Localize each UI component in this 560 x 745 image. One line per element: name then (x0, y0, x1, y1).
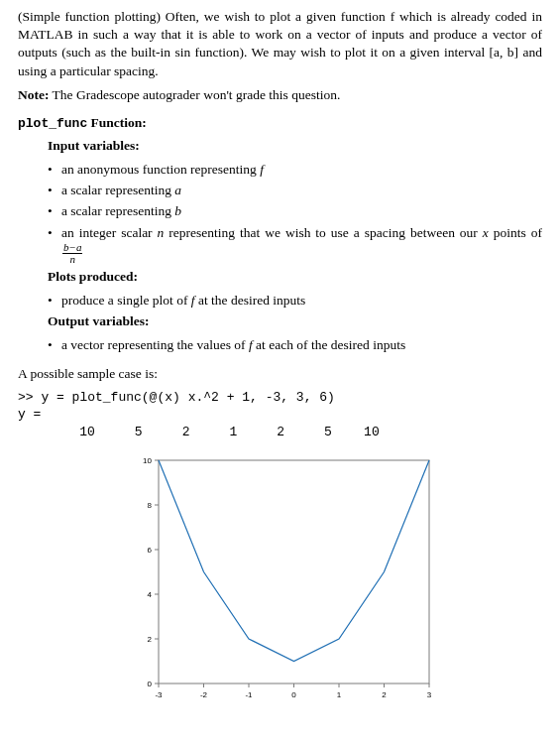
list-item: a scalar representing b (48, 202, 542, 220)
svg-text:4: 4 (147, 590, 152, 599)
function-heading: plot_func Function: (18, 114, 542, 133)
text: a vector representing the values of (61, 337, 249, 352)
svg-text:2: 2 (382, 690, 387, 699)
vector-cell: 1 (197, 424, 237, 441)
output-heading: Output variables: (48, 312, 542, 330)
sample-case-line: A possible sample case is: (18, 365, 542, 383)
text: at each of the desired inputs (253, 337, 405, 352)
vector-cell: 10 (56, 424, 95, 441)
vector-cell: 10 (340, 424, 380, 441)
svg-rect-0 (159, 460, 429, 683)
text: points of (489, 225, 542, 240)
svg-text:0: 0 (147, 680, 152, 688)
list-item: a vector representing the values of f at… (48, 336, 542, 354)
vector-cell: 5 (292, 424, 332, 441)
plots-heading: Plots produced: (48, 268, 542, 286)
text: a scalar representing (61, 203, 174, 218)
code-output-vector: 10 5 2 1 2 5 10 (18, 424, 542, 441)
symbol: b (174, 203, 181, 218)
plot-chart: -3-2-101230246810 (117, 450, 444, 708)
input-vars-list: an anonymous function representing f a s… (48, 161, 542, 265)
text: at the desired inputs (195, 293, 306, 308)
list-item: produce a single plot of f at the desire… (48, 292, 542, 310)
code-output-line: y = (18, 406, 542, 424)
vector-cell: 2 (245, 424, 284, 441)
svg-text:6: 6 (147, 546, 152, 555)
note-label: Note: (18, 87, 49, 102)
fraction-numerator: b−a (62, 242, 82, 254)
svg-text:1: 1 (336, 690, 341, 699)
svg-text:-3: -3 (155, 690, 163, 699)
svg-text:0: 0 (291, 690, 296, 699)
text: a scalar representing (61, 183, 174, 197)
list-item: a scalar representing a (48, 182, 542, 199)
note-line: Note: The Gradescope autograder won't gr… (18, 86, 542, 104)
code-line: >> y = plot_func(@(x) x.^2 + 1, -3, 3, 6… (18, 389, 542, 407)
svg-text:-2: -2 (199, 690, 207, 699)
document-page: (Simple function plotting) Often, we wis… (0, 0, 560, 745)
plots-list: produce a single plot of f at the desire… (48, 292, 542, 310)
code-block: >> y = plot_func(@(x) x.^2 + 1, -3, 3, 6… (18, 389, 542, 441)
svg-text:10: 10 (143, 456, 152, 465)
vector-cell: 2 (150, 424, 189, 441)
svg-text:8: 8 (147, 501, 152, 510)
func-heading-suffix: Function: (87, 115, 147, 130)
fraction: b−an (62, 242, 82, 265)
svg-text:2: 2 (147, 635, 152, 644)
note-text: The Gradescope autograder won't grade th… (49, 87, 340, 102)
output-list: a vector representing the values of f at… (48, 336, 542, 354)
list-item: an anonymous function representing f (48, 161, 542, 179)
svg-text:3: 3 (426, 690, 431, 699)
list-item: an integer scalar n representing that we… (48, 224, 542, 265)
svg-text:-1: -1 (245, 690, 253, 699)
symbol: a (174, 183, 181, 197)
symbol: f (260, 162, 264, 177)
text: an anonymous function representing (61, 162, 260, 177)
input-vars-heading: Input variables: (48, 137, 542, 155)
intro-paragraph: (Simple function plotting) Often, we wis… (18, 8, 542, 80)
text: representing that we wish to use a spaci… (164, 225, 482, 240)
vector-cell: 5 (103, 424, 143, 441)
func-name: plot_func (18, 116, 87, 131)
text: produce a single plot of (61, 293, 191, 308)
fraction-denominator: n (62, 254, 82, 265)
text: an integer scalar (61, 225, 158, 240)
